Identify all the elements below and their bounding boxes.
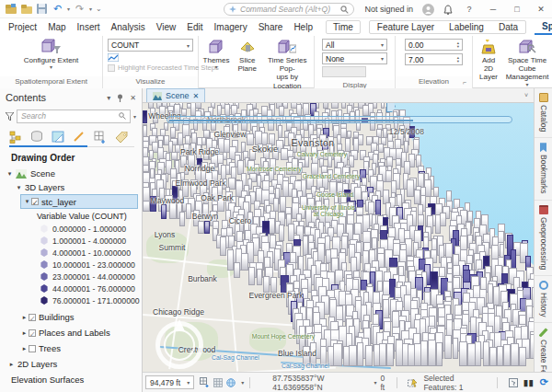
sign-in-status[interactable]: Not signed in xyxy=(364,5,413,14)
close-tab-icon[interactable]: ✕ xyxy=(193,92,200,100)
grid-icon[interactable] xyxy=(213,378,223,387)
menu-tab-share[interactable]: Share xyxy=(254,20,288,34)
tree-item-trees[interactable]: ▸Trees xyxy=(0,340,142,356)
time-series-popups-button[interactable]: Time Series Pop- ups by Location xyxy=(263,38,311,91)
tree-item-places-and-labels[interactable]: ▸Places and Labels xyxy=(0,325,142,340)
save-project-icon[interactable] xyxy=(36,3,48,15)
map-label-summit: Summit xyxy=(159,244,186,252)
minimize-button[interactable]: ─ xyxy=(486,5,500,14)
dock-tab-geoprocessing[interactable]: Geoprocessing xyxy=(535,201,552,276)
tab-snapping[interactable] xyxy=(92,129,108,144)
dock-tab-bookmarks[interactable]: Bookmarks xyxy=(535,138,552,201)
display-all-dropdown[interactable]: All▾ xyxy=(322,39,387,51)
notifications-icon[interactable] xyxy=(443,5,453,15)
refresh-icon[interactable]: ⟳ xyxy=(540,376,548,388)
expand-icon[interactable]: ▸ xyxy=(7,361,16,368)
spatial-reference-dropdown-icon[interactable]: ▾ xyxy=(241,379,244,386)
menu-tab-edit[interactable]: Edit xyxy=(182,20,207,34)
elevation-exaggeration-spinner[interactable]: 7.00▴▾ xyxy=(405,53,463,65)
filter-icon[interactable] xyxy=(6,112,14,121)
menu-tab-view[interactable]: View xyxy=(152,20,181,34)
tree-item-elevation-surfaces[interactable]: Elevation Surfaces xyxy=(0,372,142,387)
expand-icon[interactable]: ▾ xyxy=(23,198,31,205)
expand-icon[interactable]: ▸ xyxy=(20,345,29,352)
tab-data-source[interactable] xyxy=(29,129,44,144)
redo-icon[interactable]: ↷ xyxy=(74,3,86,15)
undo-icon[interactable]: ↶ xyxy=(52,3,63,15)
open-project-icon[interactable] xyxy=(20,3,32,15)
maximize-button[interactable]: □ xyxy=(510,5,524,14)
tree-item-buildings[interactable]: ▸Buildings xyxy=(0,309,142,325)
elevation-base-spinner[interactable]: 0.00▴▾ xyxy=(405,39,463,51)
expand-icon[interactable]: ▾ xyxy=(15,184,23,191)
cube-block xyxy=(143,110,147,123)
layer-checkbox[interactable] xyxy=(29,314,36,321)
search-options-icon[interactable]: ▾ xyxy=(133,113,136,120)
tab-editing[interactable] xyxy=(71,129,86,144)
tab-drawing-order[interactable] xyxy=(7,129,23,144)
command-search-input[interactable]: Command Search (Alt+Q) xyxy=(224,3,354,16)
tree-item-scene[interactable]: ▾ Scene xyxy=(0,167,142,180)
tab-data[interactable]: Data xyxy=(491,21,525,33)
coordinates-dropdown-icon[interactable]: ▾ xyxy=(374,379,376,386)
tab-labeling[interactable]: Labeling xyxy=(442,21,491,33)
chart-icon[interactable] xyxy=(108,52,193,63)
menu-tab-analysis[interactable]: Analysis xyxy=(107,20,150,34)
pane-menu-icon[interactable]: ▾ xyxy=(107,94,110,102)
tab-labeling[interactable] xyxy=(113,129,129,144)
compass-navigator[interactable] xyxy=(155,321,203,369)
contents-search-input[interactable]: Search xyxy=(17,110,131,123)
tree-item-3d-layers[interactable]: ▾ 3D Layers xyxy=(0,180,142,194)
expand-icon[interactable]: ▸ xyxy=(20,329,29,337)
elevation-dialog-launcher-icon[interactable]: ⌐ xyxy=(463,79,470,86)
expand-icon[interactable]: ▸ xyxy=(20,314,29,321)
variable-dropdown[interactable]: COUNT▾ xyxy=(108,39,193,52)
map-viewport[interactable]: WheelingNorthbrookGlenviewEvanstonSkokie… xyxy=(143,103,534,372)
layer-checkbox[interactable] xyxy=(29,329,36,337)
stc-management-button[interactable]: Space Time Cube Management ▾ xyxy=(505,38,549,88)
add-grid-icon[interactable] xyxy=(200,377,210,387)
dock-tab-catalog[interactable]: Catalog xyxy=(535,88,552,138)
configure-extent-button[interactable]: Configure Extent ▾ xyxy=(22,38,81,72)
customize-qat-icon[interactable]: ⌄ xyxy=(96,5,102,13)
dock-tab-history[interactable]: History xyxy=(535,276,552,323)
scale-dropdown[interactable]: 94,479 ft▾ xyxy=(145,375,194,389)
redo-dropdown-icon[interactable]: ▾ xyxy=(89,6,92,12)
select-box-icon[interactable] xyxy=(509,378,518,387)
scene-tab[interactable]: Scene ✕ xyxy=(146,88,205,102)
time-slider[interactable] xyxy=(167,116,512,123)
new-project-icon[interactable] xyxy=(5,3,17,15)
expand-icon[interactable]: ▾ xyxy=(6,170,14,178)
user-avatar[interactable] xyxy=(422,4,434,16)
add-2d-layer-button[interactable]: Add 2D Layer xyxy=(476,38,501,83)
selected-features-count[interactable]: Selected Features: 1 xyxy=(423,374,486,392)
menu-tab-imagery[interactable]: Imagery xyxy=(210,20,252,34)
slice-plane-button[interactable]: Slice Plane xyxy=(233,38,261,74)
help-icon[interactable]: ? xyxy=(462,5,477,14)
tab-time[interactable]: Time xyxy=(326,20,361,34)
pane-pin-icon[interactable] xyxy=(117,94,123,102)
stc-layer-checkbox[interactable] xyxy=(31,198,39,205)
pause-drawing-icon[interactable]: ▮▮ xyxy=(523,378,535,387)
highlight-forecast-checkbox[interactable] xyxy=(108,64,115,72)
tree-item-stc-layer[interactable]: ▾ stc_layer xyxy=(20,194,138,209)
display-none-dropdown[interactable]: None▾ xyxy=(322,52,387,64)
menu-tab-insert[interactable]: Insert xyxy=(73,20,105,34)
tree-item-2d-layers[interactable]: ▸ 2D Layers xyxy=(0,356,142,372)
map-label-chicago-ridge: Chicago Ridge xyxy=(153,308,204,317)
pane-close-icon[interactable]: ✕ xyxy=(130,94,136,102)
menu-tab-map[interactable]: Map xyxy=(43,20,70,34)
undo-dropdown-icon[interactable]: ▾ xyxy=(67,6,70,12)
tab-selection[interactable] xyxy=(50,129,65,144)
menu-tab-help[interactable]: Help xyxy=(289,20,317,34)
tab-list-icon[interactable]: ˅ xyxy=(524,92,528,98)
tab-space-time-cube[interactable]: Space Time Cube xyxy=(535,20,552,35)
themes-button[interactable]: Themes ▾ xyxy=(201,38,231,72)
tab-feature-layer[interactable]: Feature Layer xyxy=(370,21,442,33)
menu-tab-project[interactable]: Project xyxy=(4,20,41,34)
configure-extent-icon xyxy=(41,39,62,55)
spatial-reference-icon[interactable] xyxy=(226,378,237,387)
layer-checkbox[interactable] xyxy=(29,345,36,352)
close-button[interactable]: ✕ xyxy=(534,5,548,14)
coordinates-readout[interactable]: 87.7535837°W 41.6369558°N xyxy=(272,374,370,392)
